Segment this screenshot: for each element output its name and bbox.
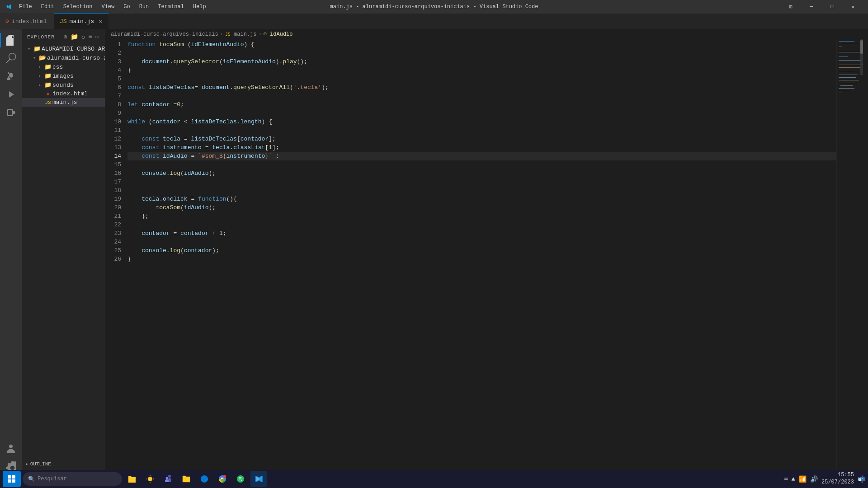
menu-item-terminal[interactable]: Terminal <box>154 3 188 11</box>
menu-item-file[interactable]: File <box>15 3 36 11</box>
taskbar-search[interactable]: 🔍 Pesquisar <box>23 472 122 486</box>
breadcrumb-sep-2: › <box>258 31 261 38</box>
code-line-11 <box>127 126 836 135</box>
tree-item-main-js[interactable]: JS main.js <box>22 98 105 107</box>
taskbar-weather[interactable] <box>142 471 158 487</box>
menu-item-go[interactable]: Go <box>120 3 133 11</box>
menu-item-view[interactable]: View <box>98 3 118 11</box>
layout-icon[interactable]: ⊞ <box>780 0 801 14</box>
tree-item-css[interactable]: ▸ 📁 css <box>22 62 105 71</box>
svg-rect-0 <box>839 41 854 42</box>
collapse-icon[interactable]: ≡ <box>88 33 92 41</box>
menu-item-edit[interactable]: Edit <box>38 3 58 11</box>
svg-rect-9 <box>839 75 858 75</box>
sidebar: EXPLORER ⊕ 📁 ↻ ≡ ⋯ ▾ 📁 ALURAMIDI-CURSO-A… <box>22 29 105 478</box>
sidebar-header: EXPLORER ⊕ 📁 ↻ ≡ ⋯ <box>22 29 105 44</box>
tree-label: aluramidi-curso-arqui... <box>47 55 105 61</box>
svg-rect-10 <box>839 77 856 78</box>
restore-button[interactable]: □ <box>822 0 843 14</box>
tab-main-js[interactable]: JS main.js ✕ <box>54 13 108 29</box>
new-file-icon[interactable]: ⊕ <box>63 33 67 41</box>
code-line-12: const tecla = listaDeTeclas[contador]; <box>127 135 836 143</box>
tree-label: main.js <box>52 99 105 106</box>
tree-item-sounds[interactable]: ▸ 📁 sounds <box>22 80 105 89</box>
menu-item-help[interactable]: Help <box>189 3 210 11</box>
activitybar <box>0 29 22 478</box>
taskbar-spotify[interactable] <box>232 471 249 487</box>
code-line-1: function tocaSom (idElementoAudio) { <box>127 40 836 49</box>
tab-close-icon[interactable]: ✕ <box>99 18 102 25</box>
keyboard-icon[interactable]: ⌨ <box>784 475 788 483</box>
svg-rect-19 <box>8 475 11 479</box>
svg-rect-6 <box>839 65 863 65</box>
tree-item-images[interactable]: ▸ 📁 images <box>22 71 105 80</box>
activity-run[interactable] <box>4 87 18 102</box>
code-line-17 <box>127 178 836 186</box>
date: 25/07/2023 <box>821 479 854 486</box>
breadcrumb-part-1[interactable]: aluramidi-curso-arquivos-iniciais <box>111 31 218 38</box>
svg-rect-12 <box>842 83 857 83</box>
activity-explorer[interactable] <box>4 33 18 47</box>
outline-section[interactable]: ▸ OUTLINE <box>22 459 105 469</box>
taskbar-teams[interactable] <box>160 471 176 487</box>
code-line-7 <box>127 92 836 100</box>
activity-account[interactable] <box>4 441 18 455</box>
taskbar-files[interactable] <box>124 471 140 487</box>
svg-rect-2 <box>839 47 842 47</box>
line-numbers: 12345 678910 1112131415 1617181920 21222… <box>105 39 126 478</box>
menu-item-selection[interactable]: Selection <box>60 3 96 11</box>
chevron-right-icon: ▸ <box>36 64 43 70</box>
new-folder-icon[interactable]: 📁 <box>71 33 79 41</box>
taskbar-chrome[interactable] <box>214 471 231 487</box>
code-line-9 <box>127 109 836 117</box>
menu-item-run[interactable]: Run <box>136 3 153 11</box>
time: 15:55 <box>821 472 854 479</box>
folder-icon: 📁 <box>43 63 52 70</box>
tree-label: images <box>52 73 105 80</box>
code-line-23: contador = contador + 1; <box>127 229 836 238</box>
js-file-icon: JS <box>60 18 67 25</box>
minimap-svg <box>837 39 863 220</box>
activity-search[interactable] <box>4 51 18 66</box>
chevron-down-icon: ▾ <box>31 55 38 61</box>
tree-item-root[interactable]: ▾ 📁 ALURAMIDI-CURSO-ARQU... <box>22 44 105 53</box>
folder-icon: 📁 <box>33 45 42 52</box>
up-arrow-icon[interactable]: ▲ <box>792 475 795 483</box>
svg-rect-13 <box>840 85 853 86</box>
tab-label: main.js <box>70 18 94 25</box>
taskbar-edge[interactable] <box>196 471 212 487</box>
tab-index-html[interactable]: ⊙ index.html <box>0 13 54 29</box>
tree-label: sounds <box>52 82 105 89</box>
minimap-canvas <box>837 39 863 175</box>
clock[interactable]: 15:55 25/07/2023 <box>821 472 854 486</box>
taskbar-right: ⌨ ▲ 📶 🔊 15:55 25/07/2023 📬 <box>784 472 865 486</box>
code-line-5 <box>127 75 836 83</box>
activity-extensions[interactable] <box>4 105 18 120</box>
svg-rect-8 <box>839 72 854 72</box>
taskbar: 🔍 Pesquisar ⌨ ▲ 📶 <box>0 470 868 488</box>
svg-point-24 <box>166 477 168 479</box>
more-icon[interactable]: ⋯ <box>95 33 99 41</box>
breadcrumb-part-2[interactable]: JS main.js <box>225 31 257 38</box>
code-editor[interactable]: 12345 678910 1112131415 1617181920 21222… <box>105 39 868 478</box>
network-icon[interactable]: 📶 <box>799 475 807 483</box>
svg-rect-21 <box>8 479 11 483</box>
tree-item-project[interactable]: ▾ 📂 aluramidi-curso-arqui... <box>22 53 105 62</box>
taskbar-explorer[interactable] <box>178 471 194 487</box>
svg-rect-1 <box>842 44 861 44</box>
minimize-button[interactable]: ─ <box>801 0 822 14</box>
volume-icon[interactable]: 🔊 <box>810 475 818 483</box>
notification-center-icon[interactable]: 📬 <box>858 475 865 483</box>
close-button[interactable]: ✕ <box>843 0 863 14</box>
breadcrumb-part-3[interactable]: ⊙ idAudio <box>264 31 293 38</box>
html-file-icon: ◈ <box>43 91 52 97</box>
code-line-24 <box>127 238 836 246</box>
start-button[interactable] <box>3 471 21 487</box>
taskbar-vscode[interactable] <box>250 471 267 487</box>
tree-item-index-html[interactable]: ◈ index.html <box>22 89 105 98</box>
js-file-icon: JS <box>43 100 52 105</box>
activity-source-control[interactable] <box>4 69 18 84</box>
search-placeholder: Pesquisar <box>38 476 67 482</box>
refresh-icon[interactable]: ↻ <box>81 33 85 41</box>
svg-rect-11 <box>839 80 859 80</box>
